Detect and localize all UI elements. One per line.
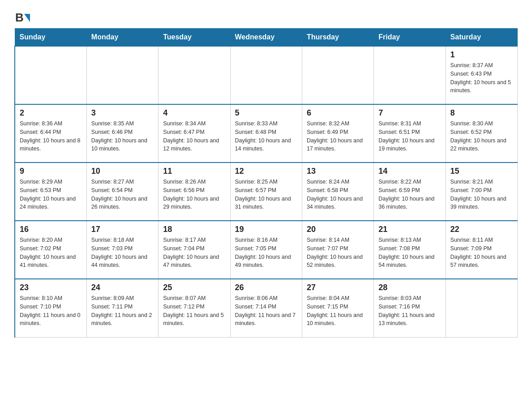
days-of-week-row: SundayMondayTuesdayWednesdayThursdayFrid… bbox=[15, 29, 518, 47]
calendar-cell: 10Sunrise: 8:27 AMSunset: 6:54 PMDayligh… bbox=[86, 163, 158, 221]
calendar-cell bbox=[15, 46, 86, 104]
calendar-header: SundayMondayTuesdayWednesdayThursdayFrid… bbox=[15, 29, 518, 47]
day-number: 23 bbox=[20, 283, 82, 292]
calendar-cell bbox=[446, 279, 517, 337]
calendar-week-row: 16Sunrise: 8:20 AMSunset: 7:02 PMDayligh… bbox=[15, 221, 518, 279]
day-number: 21 bbox=[378, 225, 441, 234]
calendar-cell: 19Sunrise: 8:16 AMSunset: 7:05 PMDayligh… bbox=[230, 221, 302, 279]
day-info: Sunrise: 8:16 AMSunset: 7:05 PMDaylight:… bbox=[235, 236, 297, 270]
day-number: 4 bbox=[163, 108, 225, 118]
calendar-cell: 9Sunrise: 8:29 AMSunset: 6:53 PMDaylight… bbox=[15, 163, 86, 221]
day-info: Sunrise: 8:22 AMSunset: 6:59 PMDaylight:… bbox=[378, 178, 441, 211]
day-number: 25 bbox=[163, 283, 225, 292]
day-info: Sunrise: 8:06 AMSunset: 7:14 PMDaylight:… bbox=[235, 294, 297, 328]
day-number: 1 bbox=[450, 50, 513, 60]
calendar-week-row: 23Sunrise: 8:10 AMSunset: 7:10 PMDayligh… bbox=[15, 279, 518, 337]
calendar-cell bbox=[159, 46, 230, 104]
day-number: 10 bbox=[91, 167, 154, 176]
day-of-week-header: Saturday bbox=[446, 29, 517, 47]
logo-arrow-icon bbox=[24, 14, 30, 22]
day-info: Sunrise: 8:17 AMSunset: 7:04 PMDaylight:… bbox=[163, 236, 225, 270]
day-number: 27 bbox=[307, 283, 369, 292]
day-number: 11 bbox=[163, 167, 225, 176]
day-number: 9 bbox=[20, 167, 82, 176]
calendar-week-row: 2Sunrise: 8:36 AMSunset: 6:44 PMDaylight… bbox=[15, 104, 518, 163]
day-info: Sunrise: 8:36 AMSunset: 6:44 PMDaylight:… bbox=[20, 120, 82, 153]
day-info: Sunrise: 8:27 AMSunset: 6:54 PMDaylight:… bbox=[91, 178, 154, 211]
day-number: 20 bbox=[307, 225, 369, 234]
day-info: Sunrise: 8:26 AMSunset: 6:56 PMDaylight:… bbox=[163, 178, 225, 211]
calendar-week-row: 1Sunrise: 8:37 AMSunset: 6:43 PMDaylight… bbox=[15, 46, 518, 104]
day-number: 6 bbox=[307, 108, 369, 118]
logo-b-text: B bbox=[15, 11, 24, 25]
day-of-week-header: Tuesday bbox=[159, 29, 230, 47]
calendar-cell: 18Sunrise: 8:17 AMSunset: 7:04 PMDayligh… bbox=[159, 221, 230, 279]
day-info: Sunrise: 8:29 AMSunset: 6:53 PMDaylight:… bbox=[20, 178, 82, 211]
calendar-cell: 3Sunrise: 8:35 AMSunset: 6:46 PMDaylight… bbox=[86, 104, 158, 163]
day-info: Sunrise: 8:11 AMSunset: 7:09 PMDaylight:… bbox=[450, 236, 513, 270]
day-info: Sunrise: 8:07 AMSunset: 7:12 PMDaylight:… bbox=[163, 294, 225, 328]
day-info: Sunrise: 8:34 AMSunset: 6:47 PMDaylight:… bbox=[163, 120, 225, 153]
day-info: Sunrise: 8:31 AMSunset: 6:51 PMDaylight:… bbox=[378, 120, 441, 153]
calendar-cell bbox=[302, 46, 373, 104]
day-number: 18 bbox=[163, 225, 225, 234]
page-header: B bbox=[14, 11, 518, 25]
calendar-cell: 24Sunrise: 8:09 AMSunset: 7:11 PMDayligh… bbox=[86, 279, 158, 337]
calendar-week-row: 9Sunrise: 8:29 AMSunset: 6:53 PMDaylight… bbox=[15, 163, 518, 221]
calendar-cell: 26Sunrise: 8:06 AMSunset: 7:14 PMDayligh… bbox=[230, 279, 302, 337]
calendar-cell: 14Sunrise: 8:22 AMSunset: 6:59 PMDayligh… bbox=[374, 163, 446, 221]
day-number: 8 bbox=[450, 108, 513, 118]
calendar-cell: 20Sunrise: 8:14 AMSunset: 7:07 PMDayligh… bbox=[302, 221, 373, 279]
day-info: Sunrise: 8:21 AMSunset: 7:00 PMDaylight:… bbox=[450, 178, 513, 211]
day-info: Sunrise: 8:25 AMSunset: 6:57 PMDaylight:… bbox=[235, 178, 297, 211]
day-number: 7 bbox=[378, 108, 441, 118]
calendar-cell: 16Sunrise: 8:20 AMSunset: 7:02 PMDayligh… bbox=[15, 221, 86, 279]
day-info: Sunrise: 8:20 AMSunset: 7:02 PMDaylight:… bbox=[20, 236, 82, 270]
day-info: Sunrise: 8:13 AMSunset: 7:08 PMDaylight:… bbox=[378, 236, 441, 270]
day-number: 24 bbox=[91, 283, 154, 292]
calendar-cell: 1Sunrise: 8:37 AMSunset: 6:43 PMDaylight… bbox=[446, 46, 517, 104]
day-info: Sunrise: 8:14 AMSunset: 7:07 PMDaylight:… bbox=[307, 236, 369, 270]
day-info: Sunrise: 8:30 AMSunset: 6:52 PMDaylight:… bbox=[450, 120, 513, 153]
day-number: 28 bbox=[378, 283, 441, 292]
day-of-week-header: Monday bbox=[86, 29, 158, 47]
calendar-cell: 7Sunrise: 8:31 AMSunset: 6:51 PMDaylight… bbox=[374, 104, 446, 163]
calendar-cell: 27Sunrise: 8:04 AMSunset: 7:15 PMDayligh… bbox=[302, 279, 373, 337]
calendar-cell bbox=[374, 46, 446, 104]
calendar-cell: 25Sunrise: 8:07 AMSunset: 7:12 PMDayligh… bbox=[159, 279, 230, 337]
day-of-week-header: Friday bbox=[374, 29, 446, 47]
calendar-cell: 5Sunrise: 8:33 AMSunset: 6:48 PMDaylight… bbox=[230, 104, 302, 163]
calendar-table: SundayMondayTuesdayWednesdayThursdayFrid… bbox=[14, 28, 518, 338]
calendar-cell: 4Sunrise: 8:34 AMSunset: 6:47 PMDaylight… bbox=[159, 104, 230, 163]
day-info: Sunrise: 8:03 AMSunset: 7:16 PMDaylight:… bbox=[378, 294, 441, 328]
calendar-cell: 8Sunrise: 8:30 AMSunset: 6:52 PMDaylight… bbox=[446, 104, 517, 163]
calendar-cell: 6Sunrise: 8:32 AMSunset: 6:49 PMDaylight… bbox=[302, 104, 373, 163]
day-number: 5 bbox=[235, 108, 297, 118]
day-info: Sunrise: 8:35 AMSunset: 6:46 PMDaylight:… bbox=[91, 120, 154, 153]
calendar-cell: 17Sunrise: 8:18 AMSunset: 7:03 PMDayligh… bbox=[86, 221, 158, 279]
day-info: Sunrise: 8:18 AMSunset: 7:03 PMDaylight:… bbox=[91, 236, 154, 270]
day-number: 26 bbox=[235, 283, 297, 292]
calendar-cell: 28Sunrise: 8:03 AMSunset: 7:16 PMDayligh… bbox=[374, 279, 446, 337]
day-of-week-header: Thursday bbox=[302, 29, 373, 47]
calendar-cell: 21Sunrise: 8:13 AMSunset: 7:08 PMDayligh… bbox=[374, 221, 446, 279]
calendar-cell: 12Sunrise: 8:25 AMSunset: 6:57 PMDayligh… bbox=[230, 163, 302, 221]
calendar-cell: 13Sunrise: 8:24 AMSunset: 6:58 PMDayligh… bbox=[302, 163, 373, 221]
day-info: Sunrise: 8:33 AMSunset: 6:48 PMDaylight:… bbox=[235, 120, 297, 153]
calendar-cell bbox=[230, 46, 302, 104]
day-number: 14 bbox=[378, 167, 441, 176]
calendar-cell: 11Sunrise: 8:26 AMSunset: 6:56 PMDayligh… bbox=[159, 163, 230, 221]
day-info: Sunrise: 8:04 AMSunset: 7:15 PMDaylight:… bbox=[307, 294, 369, 328]
day-number: 13 bbox=[307, 167, 369, 176]
day-number: 17 bbox=[91, 225, 154, 234]
day-number: 19 bbox=[235, 225, 297, 234]
calendar-cell bbox=[86, 46, 158, 104]
day-of-week-header: Sunday bbox=[15, 29, 86, 47]
day-info: Sunrise: 8:24 AMSunset: 6:58 PMDaylight:… bbox=[307, 178, 369, 211]
calendar-cell: 23Sunrise: 8:10 AMSunset: 7:10 PMDayligh… bbox=[15, 279, 86, 337]
day-number: 3 bbox=[91, 108, 154, 118]
day-info: Sunrise: 8:09 AMSunset: 7:11 PMDaylight:… bbox=[91, 294, 154, 328]
day-info: Sunrise: 8:37 AMSunset: 6:43 PMDaylight:… bbox=[450, 61, 513, 95]
day-number: 15 bbox=[450, 167, 513, 176]
day-number: 16 bbox=[20, 225, 82, 234]
